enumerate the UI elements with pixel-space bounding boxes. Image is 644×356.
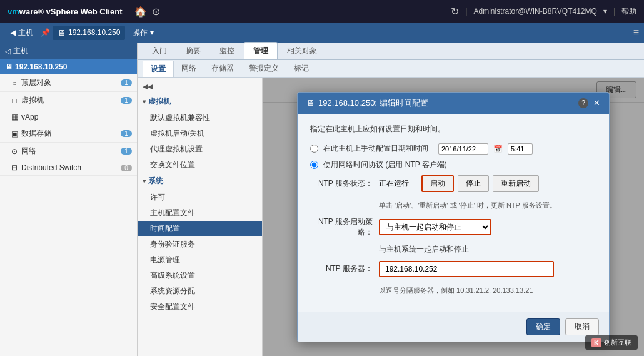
option1-radio[interactable] bbox=[310, 145, 318, 153]
right-panel: 编辑... 🖥 192.168.10.250: 编辑时间配置 ? bbox=[263, 78, 644, 356]
secondbar: ◀ 主机 📌 🖥 192.168.10.250 操作 ▾ ≡ bbox=[0, 23, 644, 43]
panel-link-host-profile[interactable]: 主机配置文件 bbox=[138, 205, 262, 221]
panel-link-security[interactable]: 安全配置文件 bbox=[138, 299, 262, 315]
sidebar-item-vms[interactable]: □ 虚拟机 1 bbox=[0, 92, 137, 109]
ntp-start-button[interactable]: 启动 bbox=[421, 175, 454, 192]
panel-section-vm[interactable]: 虚拟机 bbox=[138, 93, 262, 110]
top-objects-icon: ○ bbox=[10, 79, 19, 88]
server-input-wrap bbox=[379, 261, 554, 277]
option1-row: 在此主机上手动配置日期和时间 📅 bbox=[310, 143, 596, 155]
panel-link-vm-startup[interactable]: 虚拟机启动/关机 bbox=[138, 126, 262, 141]
ntp-status-row: NTP 服务状态： 正在运行 启动 停止 重新启动 bbox=[310, 175, 596, 192]
ntp-restart-button[interactable]: 重新启动 bbox=[493, 175, 539, 192]
subtab-settings[interactable]: 设置 bbox=[143, 61, 174, 77]
sidebar-item-network[interactable]: ⊙ 网络 1 bbox=[0, 143, 137, 160]
modal-close-icon[interactable]: ✕ bbox=[593, 98, 600, 108]
option2-row: 使用网络时间协议 (启用 NTP 客户端) bbox=[310, 160, 596, 170]
ntp-server-row: NTP 服务器： bbox=[310, 261, 596, 277]
ntp-btn-row: 启动 停止 重新启动 bbox=[421, 175, 539, 192]
panel-link-adv-settings[interactable]: 高级系统设置 bbox=[138, 268, 262, 283]
collapse-button[interactable]: ◀◀ bbox=[138, 80, 262, 93]
ntp-status-label: NTP 服务状态： bbox=[310, 178, 373, 189]
panel-link-time-config[interactable]: 时间配置 bbox=[138, 221, 262, 236]
server-label: NTP 服务器： bbox=[310, 263, 373, 274]
sidebar-item-datastores[interactable]: ▣ 数据存储 1 bbox=[0, 125, 137, 143]
host-screen-icon: 🖥 bbox=[58, 28, 66, 38]
server-hint: 以逗号分隔服务器，例如 10.31.21.2, 20.133.13.21 bbox=[379, 286, 533, 295]
datastore-icon: ▣ bbox=[10, 130, 19, 138]
modal-body: 指定在此主机上应如何设置日期和时间。 在此主机上手动配置日期和时间 📅 bbox=[298, 114, 609, 312]
panel-link-resource[interactable]: 系统资源分配 bbox=[138, 283, 262, 299]
distributed-switch-icon: ⊟ bbox=[10, 163, 19, 172]
tab-intro[interactable]: 入门 bbox=[143, 42, 176, 59]
tab-monitor[interactable]: 监控 bbox=[210, 42, 244, 59]
bookmark-icon[interactable]: ⊙ bbox=[152, 6, 160, 18]
modal-help-icon[interactable]: ? bbox=[578, 98, 588, 108]
sidebar: ◁ 主机 🖥 192.168.10.250 ○ 顶层对象 1 □ 虚拟机 1 ▦… bbox=[0, 43, 138, 356]
user-dropdown-icon[interactable]: ▾ bbox=[603, 7, 607, 16]
ntp-note: 单击 '启动'、'重新启动' 或 '停止' 时，更新 NTP 服务设置。 bbox=[379, 201, 556, 210]
ok-button[interactable]: 确定 bbox=[526, 318, 560, 335]
startup-dropdown: 与主机一起启动和停止 与主机系统一起启动和停止 手动启动和停止 bbox=[379, 219, 491, 235]
vapp-icon: ▦ bbox=[10, 113, 19, 121]
startup-select[interactable]: 与主机一起启动和停止 与主机系统一起启动和停止 手动启动和停止 bbox=[379, 219, 491, 235]
subtab-alarms[interactable]: 警报定义 bbox=[241, 61, 286, 76]
subtab-bar: 设置 网络 存储器 警报定义 标记 bbox=[138, 60, 644, 78]
panel-link-swap[interactable]: 交换文件位置 bbox=[138, 157, 262, 173]
nav-home[interactable]: ◀ 主机 bbox=[5, 25, 38, 41]
sidebar-item-top-objects[interactable]: ○ 顶层对象 1 bbox=[0, 74, 137, 92]
cancel-button[interactable]: 取消 bbox=[565, 318, 599, 335]
startup-option2-label: 与主机系统一起启动和停止 bbox=[379, 244, 469, 255]
tab-manage[interactable]: 管理 bbox=[244, 42, 278, 59]
main-layout: ◁ 主机 🖥 192.168.10.250 ○ 顶层对象 1 □ 虚拟机 1 ▦… bbox=[0, 43, 644, 356]
modal-header: 🖥 192.168.10.250: 编辑时间配置 ? ✕ bbox=[298, 93, 609, 114]
modal-footer: 确定 取消 bbox=[298, 312, 609, 342]
sidebar-menu-icon[interactable]: ≡ bbox=[633, 27, 639, 38]
edit-time-modal: 🖥 192.168.10.250: 编辑时间配置 ? ✕ 指定在此主机上应如何设… bbox=[297, 92, 610, 342]
option2-radio[interactable] bbox=[310, 161, 318, 169]
topbar: vmware® vSphere Web Client 🏠 ⊙ ↻ | Admin… bbox=[0, 0, 644, 23]
network-icon: ⊙ bbox=[10, 147, 19, 156]
divider: | bbox=[465, 7, 467, 16]
tab-related[interactable]: 相关对象 bbox=[278, 42, 326, 59]
sidebar-header: ◁ 主机 bbox=[0, 43, 137, 59]
refresh-icon[interactable]: ↻ bbox=[451, 6, 459, 18]
help-link[interactable]: 帮助 bbox=[621, 6, 636, 17]
ops-dropdown-icon: ▾ bbox=[150, 28, 154, 37]
sidebar-header-icon: ◁ bbox=[5, 47, 11, 56]
host-item[interactable]: 🖥 192.168.10.250 bbox=[53, 26, 125, 40]
panel-link-license[interactable]: 许可 bbox=[138, 190, 262, 205]
sidebar-host[interactable]: 🖥 192.168.10.250 bbox=[0, 59, 137, 74]
sidebar-item-vapp[interactable]: ▦ vApp bbox=[0, 109, 137, 125]
home-icon[interactable]: 🏠 bbox=[134, 6, 147, 18]
pin-icon[interactable]: 📌 bbox=[41, 28, 50, 37]
subtab-storage[interactable]: 存储器 bbox=[204, 61, 241, 76]
subtab-tags[interactable]: 标记 bbox=[286, 61, 316, 76]
startup-option2-row: 与主机系统一起启动和停止 bbox=[310, 244, 596, 255]
panel-link-vm-compat[interactable]: 默认虚拟机兼容性 bbox=[138, 110, 262, 126]
ntp-stop-button[interactable]: 停止 bbox=[458, 175, 489, 192]
tab-bar: 入门 摘要 监控 管理 相关对象 bbox=[138, 43, 644, 60]
ntp-server-input[interactable] bbox=[379, 261, 554, 277]
ntp-startup-row: NTP 服务启动策略： 与主机一起启动和停止 与主机系统一起启动和停止 手动启动… bbox=[310, 216, 596, 238]
option1-label: 在此主机上手动配置日期和时间 bbox=[323, 143, 428, 154]
panel-link-agent-vm[interactable]: 代理虚拟机设置 bbox=[138, 141, 262, 157]
topbar-right: ↻ | Administrator@WIN-B8RVQT412MQ ▾ | 帮助 bbox=[451, 6, 636, 18]
panel-link-power[interactable]: 电源管理 bbox=[138, 252, 262, 268]
ops-menu[interactable]: 操作 ▾ bbox=[128, 25, 159, 41]
panel-link-auth[interactable]: 身份验证服务 bbox=[138, 236, 262, 252]
option2-label: 使用网络时间协议 (启用 NTP 客户端) bbox=[323, 160, 447, 170]
subtab-network[interactable]: 网络 bbox=[174, 61, 204, 76]
modal-host-icon: 🖥 bbox=[306, 98, 314, 108]
user-label: Administrator@WIN-B8RVQT412MQ bbox=[474, 7, 597, 16]
sidebar-item-distributed-switch[interactable]: ⊟ Distributed Switch 0 bbox=[0, 160, 137, 176]
panel-section-system[interactable]: 系统 bbox=[138, 173, 262, 190]
date-input[interactable] bbox=[438, 143, 488, 155]
watermark-icon: K bbox=[591, 338, 601, 347]
tab-summary[interactable]: 摘要 bbox=[176, 42, 210, 59]
content-area: 入门 摘要 监控 管理 相关对象 设置 网络 存储器 警报定义 标记 ◀◀ 虚拟… bbox=[138, 43, 644, 356]
time-input[interactable] bbox=[508, 143, 533, 155]
cal-icon[interactable]: 📅 bbox=[493, 145, 503, 153]
ntp-status-value: 正在运行 bbox=[379, 178, 409, 189]
vm-icon: □ bbox=[10, 96, 19, 105]
